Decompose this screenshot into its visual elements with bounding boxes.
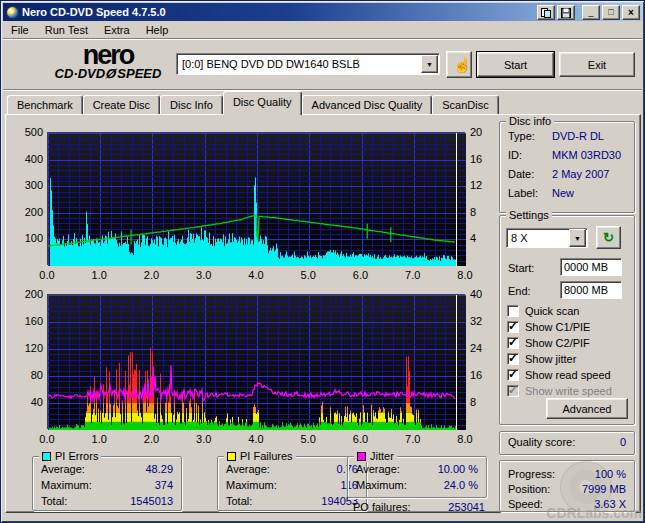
start-position-label: Start: <box>508 262 534 274</box>
tab-advanced-disc-quality[interactable]: Advanced Disc Quality <box>302 95 433 115</box>
axis-tick-right: 8 <box>470 396 476 408</box>
minimize-button[interactable]: _ <box>582 5 600 20</box>
menu-item-help[interactable]: Help <box>138 22 177 38</box>
axis-tick-right: 20 <box>470 126 482 138</box>
menu-item-run-test[interactable]: Run Test <box>37 22 96 38</box>
stat-label: Total: <box>226 495 252 507</box>
checkbox-show-c2-pif[interactable]: ✓Show C2/PIF <box>507 336 590 350</box>
chart-canvas <box>48 295 466 430</box>
stats-box-pi-failures: PI FailuresAverage:0.76Maximum:116Total:… <box>217 456 367 511</box>
eject-disc-button[interactable]: ☝ <box>446 51 472 78</box>
hand-icon: ☝ <box>453 56 472 73</box>
settings-title: Settings <box>506 209 552 221</box>
progress-label: Progress: <box>508 468 555 480</box>
disc-info-value: MKM 03RD30 <box>552 149 621 161</box>
checkbox-box[interactable]: ✓ <box>507 353 519 365</box>
refresh-icon: ↻ <box>603 230 614 245</box>
refresh-button[interactable]: ↻ <box>596 226 621 249</box>
stat-value: 24.0 % <box>444 479 478 491</box>
checkbox-box[interactable]: ✓ <box>507 337 519 349</box>
disc-info-label: ID: <box>508 149 522 161</box>
progress-value: 7999 MB <box>582 483 626 495</box>
chevron-down-icon[interactable]: ▼ <box>569 229 586 247</box>
settings-panel: Settings 8 X ▼ ↻ Start: End: Quick scan✓… <box>499 215 635 425</box>
stat-label: Maximum: <box>41 479 92 491</box>
tab-disc-info[interactable]: Disc Info <box>160 95 223 115</box>
end-position-field[interactable] <box>560 281 622 299</box>
checkbox-box[interactable]: ✓ <box>507 321 519 333</box>
stat-label: PO failures: <box>353 501 410 513</box>
stats-box-pi-errors: PI ErrorsAverage:48.29Maximum:374Total:1… <box>32 456 182 511</box>
close-button[interactable]: × <box>622 5 640 20</box>
start-position-field[interactable] <box>560 258 622 276</box>
chart-plot-area <box>47 294 465 429</box>
tab-scandisc[interactable]: ScanDisc <box>432 95 498 115</box>
save-report-button[interactable] <box>557 5 575 20</box>
axis-tick-x: 4.0 <box>242 433 270 445</box>
menu-item-extra[interactable]: Extra <box>96 22 138 38</box>
stat-value: 374 <box>155 479 173 491</box>
disc-info-title: Disc info <box>506 115 554 127</box>
tab-bar: BenchmarkCreate DiscDisc InfoDisc Qualit… <box>7 91 642 115</box>
checkbox-show-c1-pie[interactable]: ✓Show C1/PIE <box>507 320 590 334</box>
axis-tick-x: 7.0 <box>399 433 427 445</box>
checkbox-show-read-speed[interactable]: ✓Show read speed <box>507 368 611 382</box>
axis-tick-left: 200 <box>15 288 43 300</box>
checkbox-box[interactable]: ✓ <box>507 385 519 397</box>
axis-tick-right: 8 <box>470 206 476 218</box>
stat-value: 10.00 % <box>438 463 478 475</box>
nero-logo-text: nero <box>33 42 183 68</box>
axis-tick-x: 0.0 <box>33 433 61 445</box>
start-button[interactable]: Start <box>477 52 554 77</box>
stat-value: 253041 <box>448 501 485 513</box>
checkbox-box[interactable] <box>507 305 519 317</box>
checkbox-label: Quick scan <box>525 305 579 317</box>
nero-logo-subtext: CD·DVDØSPEED <box>33 68 183 80</box>
axis-tick-left: 160 <box>15 315 43 327</box>
stats-box-title: Jitter <box>370 450 394 462</box>
tab-create-disc[interactable]: Create Disc <box>83 95 160 115</box>
tab-benchmark[interactable]: Benchmark <box>7 95 83 115</box>
scan-speed-select[interactable]: 8 X ▼ <box>506 228 588 248</box>
exit-button[interactable]: Exit <box>559 52 635 77</box>
check-icon: ✓ <box>508 367 518 381</box>
menu-bar: FileRun TestExtraHelp <box>3 21 642 39</box>
disc-info-value: DVD-R DL <box>552 130 604 142</box>
axis-tick-right: 4 <box>470 232 476 244</box>
check-icon: ✓ <box>508 383 518 397</box>
axis-tick-x: 8.0 <box>451 269 479 281</box>
copy-report-button[interactable] <box>537 5 555 20</box>
app-window: Nero CD-DVD Speed 4.7.5.0 _ □ × FileRun … <box>0 0 645 523</box>
legend-swatch <box>42 452 51 461</box>
drive-select[interactable]: [0:0] BENQ DVD DD DW1640 BSLB ▼ <box>176 53 440 75</box>
logo-cddvd: CD·DVD <box>55 66 106 81</box>
checkbox-show-write-speed[interactable]: ✓Show write speed <box>507 384 612 398</box>
chevron-down-icon[interactable]: ▼ <box>421 55 438 73</box>
tab-disc-quality[interactable]: Disc Quality <box>223 91 302 115</box>
maximize-button[interactable]: □ <box>602 5 620 20</box>
checkbox-label: Show C1/PIE <box>525 321 590 333</box>
stat-label: Maximum: <box>226 479 277 491</box>
axis-tick-right: 12 <box>470 179 482 191</box>
axis-tick-x: 8.0 <box>451 433 479 445</box>
axis-tick-left: 500 <box>15 126 43 138</box>
stat-value: 1545013 <box>130 495 173 507</box>
logo-speed: SPEED <box>117 66 161 81</box>
checkbox-quick-scan[interactable]: Quick scan <box>507 304 579 318</box>
axis-tick-right: 16 <box>470 369 482 381</box>
stats-box-title: PI Failures <box>240 450 293 462</box>
stats-box-jitter: JitterAverage:10.00 %Maximum:24.0 % <box>347 456 487 498</box>
checkbox-show-jitter[interactable]: ✓Show jitter <box>507 352 576 366</box>
title-bar[interactable]: Nero CD-DVD Speed 4.7.5.0 _ □ × <box>3 3 642 21</box>
checkbox-box[interactable]: ✓ <box>507 369 519 381</box>
progress-label: Speed: <box>508 498 543 510</box>
advanced-button[interactable]: Advanced <box>546 398 628 419</box>
toolbar: nero CD·DVDØSPEED [0:0] BENQ DVD DD DW16… <box>3 40 642 90</box>
window-title: Nero CD-DVD Speed 4.7.5.0 <box>22 6 535 18</box>
checkbox-label: Show C2/PIF <box>525 337 590 349</box>
stat-label: Total: <box>41 495 67 507</box>
copy-icon <box>541 8 551 18</box>
stat-label: Average: <box>356 463 400 475</box>
menu-item-file[interactable]: File <box>3 22 37 38</box>
disc-info-value: 2 May 2007 <box>552 168 609 180</box>
